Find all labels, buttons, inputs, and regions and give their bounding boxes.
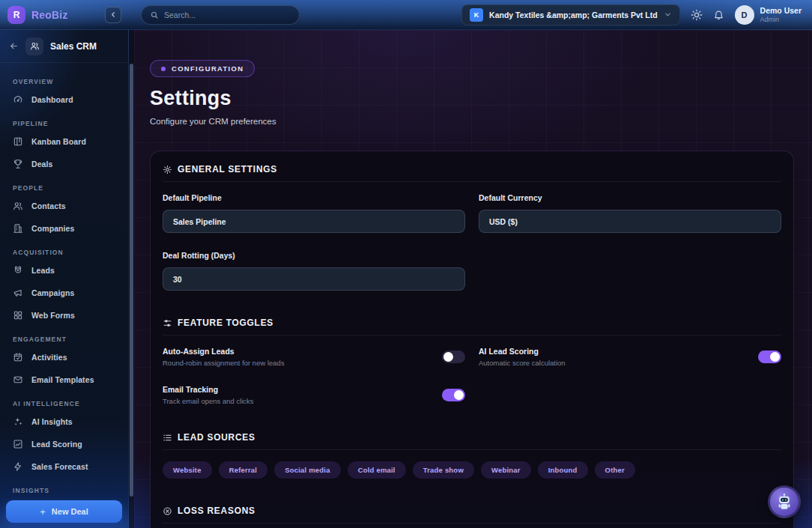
users-icon (13, 201, 23, 211)
sidebar-item-ai-insights[interactable]: AI Insights (6, 410, 122, 433)
toggle-label: AI Lead Scoring (479, 347, 566, 356)
app-root: R ReoBiz K Kandy Textiles &amp;amp; Garm… (0, 0, 812, 528)
sidebar-item-activities[interactable]: Activities (6, 346, 122, 368)
plus-icon: + (40, 506, 46, 518)
gauge-icon (13, 94, 23, 105)
search-icon (150, 10, 159, 19)
gauge-icon (13, 94, 23, 105)
sidebar-collapse-button[interactable] (105, 7, 121, 23)
toggle-label: Auto-Assign Leads (163, 347, 285, 356)
section-title: LEAD SOURCES (178, 432, 255, 443)
calendar-check-icon (13, 352, 23, 362)
user-menu[interactable]: D Demo User Admin (735, 5, 802, 25)
company-name: Kandy Textiles &amp;amp; Garments Pvt Lt… (489, 10, 657, 19)
ai-lead-scoring-toggle[interactable] (758, 351, 781, 363)
sidebar: Sales CRM OVERVIEWDashboardPIPELINEKanba… (0, 30, 129, 528)
sidebar-item-campaigns[interactable]: Campaigns (6, 282, 122, 304)
toggle-knob (443, 352, 453, 362)
deal-rotting-days--input[interactable] (163, 267, 465, 291)
sidebar-item-lead-scoring[interactable]: Lead Scoring (6, 433, 122, 455)
general-settings-header: GENERAL SETTINGS (163, 164, 781, 182)
user-avatar: D (735, 5, 754, 25)
chart-icon (13, 439, 23, 449)
theme-toggle-button[interactable] (691, 9, 703, 21)
email-tracking-toggle[interactable] (442, 389, 465, 401)
sidebar-item-label: Dashboard (31, 95, 73, 104)
toggle-label: Email Tracking (163, 385, 254, 394)
top-bar: R ReoBiz K Kandy Textiles &amp;amp; Garm… (0, 0, 812, 30)
sidebar-section: INSIGHTS (6, 482, 122, 497)
sidebar-item-companies[interactable]: Companies (6, 217, 122, 240)
sidebar-item-dashboard[interactable]: Dashboard (6, 88, 122, 111)
sparkles-icon (13, 416, 23, 427)
user-name: Demo User (760, 6, 802, 16)
chevron-left-icon (109, 10, 118, 19)
sidebar-item-leads[interactable]: Leads (6, 259, 122, 282)
sidebar-section: PIPELINEKanban BoardDeals (6, 115, 122, 175)
magnet-icon (13, 265, 23, 276)
users-icon (13, 201, 23, 211)
section-title: GENERAL SETTINGS (178, 164, 277, 175)
feature-toggle-row: AI Lead ScoringAutomatic score calculati… (479, 347, 781, 367)
sidebar-item-email-templates[interactable]: Email Templates (6, 368, 122, 391)
sidebar-section: OVERVIEWDashboard (6, 73, 122, 111)
auto-assign-leads-toggle[interactable] (442, 351, 465, 363)
users-icon (30, 41, 40, 51)
kanban-icon (13, 136, 23, 147)
trophy-icon (13, 159, 23, 169)
x-circle-icon (163, 506, 172, 516)
brand-name: ReoBiz (31, 9, 99, 21)
notifications-button[interactable] (713, 9, 724, 20)
grid-icon (13, 310, 23, 321)
chatbot-button[interactable] (768, 485, 801, 518)
lead-source-chip-social-media: Social media (274, 461, 340, 479)
chart-icon (13, 439, 23, 449)
feature-toggles-section: FEATURE TOGGLES Auto-Assign LeadsRound-r… (163, 318, 781, 405)
general-settings-section: GENERAL SETTINGS Default PipelineDefault… (163, 164, 781, 291)
content-scrollbar-track[interactable] (129, 30, 134, 528)
new-deal-button[interactable]: + New Deal (6, 500, 122, 523)
arrow-left-icon (9, 41, 19, 51)
badge-label: CONFIGURATION (172, 64, 243, 73)
brand-initial: R (13, 10, 20, 20)
new-deal-label: New Deal (52, 507, 88, 516)
trophy-icon (13, 159, 23, 169)
sidebar-section: ENGAGEMENTActivitiesEmail Templates (6, 331, 122, 391)
sidebar-item-label: Leads (31, 266, 55, 275)
settings-field: Default Pipeline (163, 193, 465, 233)
lead-source-chip-other: Other (595, 461, 635, 479)
sidebar-item-contacts[interactable]: Contacts (6, 195, 122, 217)
default-currency-input[interactable] (479, 210, 781, 233)
back-button[interactable] (9, 41, 19, 51)
toggle-description: Track email opens and clicks (163, 397, 254, 405)
sidebar-section-label: PIPELINE (6, 115, 122, 130)
sidebar-item-label: Sales Forecast (31, 462, 88, 471)
toggle-knob (770, 352, 780, 362)
feature-toggles-header: FEATURE TOGGLES (163, 318, 781, 336)
chevron-down-icon (664, 10, 672, 19)
zap-icon (13, 461, 23, 472)
brand-zone: R ReoBiz (0, 6, 129, 24)
sliders-icon (163, 318, 172, 328)
list-icon (163, 433, 172, 443)
lead-source-chip-referral: Referral (219, 461, 268, 479)
default-pipeline-input[interactable] (163, 210, 465, 233)
sidebar-section-label: INSIGHTS (6, 482, 122, 497)
section-title: FEATURE TOGGLES (178, 318, 273, 328)
sidebar-item-kanban-board[interactable]: Kanban Board (6, 130, 122, 153)
search-input[interactable] (164, 10, 291, 19)
user-role: Admin (760, 16, 802, 24)
feature-toggle-row: Email TrackingTrack email opens and clic… (163, 385, 465, 405)
search-box[interactable] (141, 5, 300, 25)
magnet-icon (13, 265, 23, 276)
sidebar-section-label: OVERVIEW (6, 73, 122, 88)
sidebar-item-web-forms[interactable]: Web Forms (6, 304, 122, 327)
sidebar-item-deals[interactable]: Deals (6, 153, 122, 175)
content-scrollbar-thumb[interactable] (130, 64, 133, 497)
sidebar-item-sales-forecast[interactable]: Sales Forecast (6, 455, 122, 478)
feature-toggle-row: Auto-Assign LeadsRound-robin assignment … (163, 347, 465, 367)
lead-source-chip-cold-email: Cold email (348, 461, 406, 479)
crm-module-iconbox (25, 37, 43, 55)
company-selector[interactable]: K Kandy Textiles &amp;amp; Garments Pvt … (461, 4, 679, 25)
feature-toggles-grid: Auto-Assign LeadsRound-robin assignment … (163, 347, 781, 405)
